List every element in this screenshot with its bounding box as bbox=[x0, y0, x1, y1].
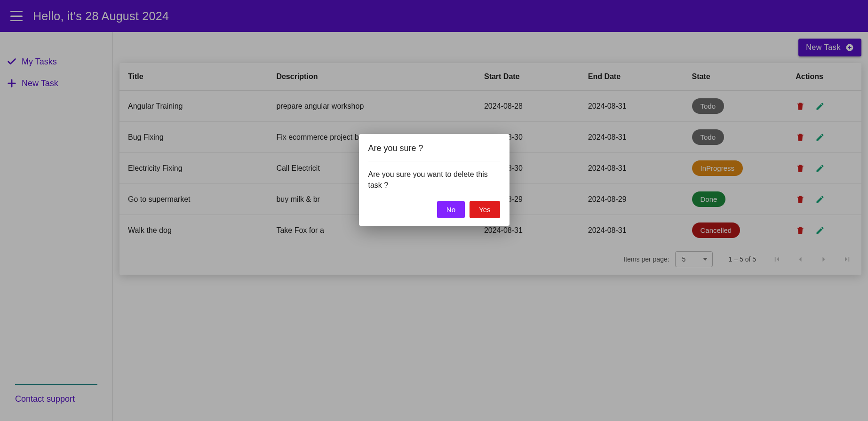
modal-overlay[interactable]: Are you sure ? Are you sure you want to … bbox=[0, 0, 868, 421]
confirm-delete-dialog: Are you sure ? Are you sure you want to … bbox=[359, 134, 510, 226]
divider bbox=[368, 161, 500, 161]
dialog-no-button[interactable]: No bbox=[437, 201, 465, 218]
dialog-title: Are you sure ? bbox=[368, 143, 500, 153]
dialog-yes-button[interactable]: Yes bbox=[470, 201, 500, 218]
dialog-body: Are you sure you want to delete this tas… bbox=[368, 169, 500, 191]
